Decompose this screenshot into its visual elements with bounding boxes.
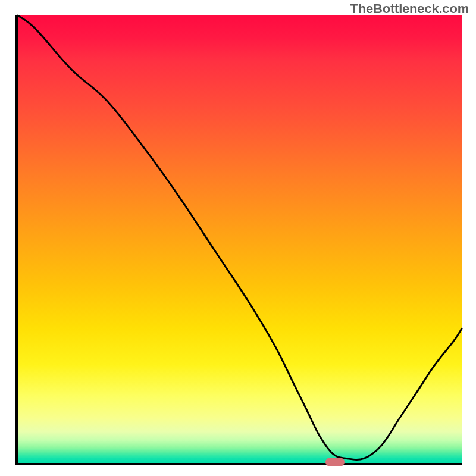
bottleneck-curve (18, 15, 462, 463)
optimal-marker (325, 458, 345, 466)
curve-path (18, 15, 462, 460)
watermark-text: TheBottleneck.com (350, 1, 469, 17)
chart-plot-area (15, 15, 462, 465)
